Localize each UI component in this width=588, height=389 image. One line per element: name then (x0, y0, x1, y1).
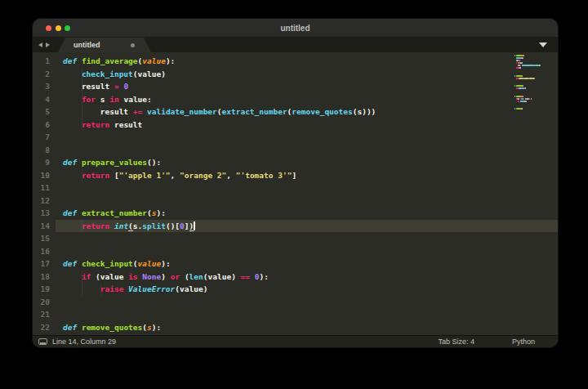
minimap-line (514, 105, 554, 107)
line-number[interactable]: 22 (33, 321, 50, 334)
code-editor[interactable]: 1def find_average(value):2check_input(va… (33, 52, 558, 335)
titlebar[interactable]: untitled (33, 19, 558, 38)
code-token: None (142, 272, 161, 281)
code-token: ) (203, 284, 208, 293)
code-line[interactable]: 17def check_input(value): (33, 257, 558, 271)
tab-untitled[interactable]: untitled (58, 38, 151, 52)
code-area: 1def find_average(value):2check_input(va… (33, 55, 558, 333)
code-line[interactable]: 10return ["'apple 1'", "orange 2", "'tom… (33, 169, 558, 182)
code-line[interactable]: 12 (33, 194, 558, 208)
language-indicator[interactable]: Python (512, 338, 535, 346)
minimap-line (514, 85, 554, 87)
line-number[interactable]: 3 (33, 80, 50, 93)
code-token: result (100, 107, 128, 116)
line-number[interactable]: 18 (33, 271, 50, 284)
code-token: def (63, 56, 77, 65)
editor-window: untitled untitled 1def find_average(valu… (33, 19, 558, 347)
code-text: check_input(value) (63, 68, 166, 81)
code-token: value (142, 56, 166, 65)
code-text: def check_input(value): (63, 257, 171, 271)
minimap[interactable] (514, 55, 554, 110)
code-line[interactable]: 8 (33, 144, 558, 157)
line-number[interactable]: 21 (33, 308, 50, 321)
line-number[interactable]: 17 (33, 257, 50, 271)
code-token: extract_number (82, 208, 147, 217)
minimap-line (514, 96, 554, 97)
line-number[interactable]: 1 (33, 55, 50, 68)
code-token: ): (166, 56, 175, 65)
prev-tab-icon[interactable] (38, 42, 42, 47)
minimap-line (514, 78, 554, 79)
code-line[interactable]: 19raise ValueError(value) (33, 283, 558, 296)
line-number[interactable]: 9 (33, 156, 50, 169)
code-line[interactable]: 3result = 0 (33, 80, 558, 93)
code-line[interactable]: 16 (33, 245, 558, 258)
code-token: def (63, 323, 77, 332)
code-line[interactable]: 22def remove_quotes(s): (33, 321, 558, 334)
status-bar: Line 14, Column 29 Tab Size: 4 Python (33, 335, 558, 347)
code-token: extract_number (222, 107, 287, 116)
code-line[interactable]: 14return int(s.split()[0]) (33, 220, 558, 233)
code-token: result (82, 82, 109, 91)
tab-overflow-icon[interactable] (539, 42, 547, 47)
code-text: result += validate_number(extract_number… (63, 105, 376, 118)
code-token: ))) (362, 107, 376, 116)
code-line[interactable]: 20 (33, 296, 558, 309)
code-token: value (100, 272, 124, 281)
tab-bar: untitled (33, 38, 558, 52)
line-number[interactable]: 4 (33, 93, 50, 106)
line-number[interactable]: 20 (33, 296, 50, 309)
code-token: result (114, 120, 142, 129)
line-number[interactable]: 16 (33, 245, 50, 258)
minimap-line (514, 101, 554, 102)
code-token: split (142, 221, 166, 230)
code-text: result = 0 (63, 80, 128, 93)
line-number[interactable]: 2 (33, 68, 50, 81)
code-line[interactable]: 5result += validate_number(extract_numbe… (33, 105, 558, 118)
fullscreen-button[interactable] (65, 25, 70, 31)
line-number[interactable]: 6 (33, 118, 50, 132)
minimap-line (514, 65, 554, 66)
code-line[interactable]: 18if (value is None) or (len(value) == 0… (33, 271, 558, 284)
line-number[interactable]: 10 (33, 169, 50, 182)
code-token: def (63, 208, 77, 217)
next-tab-icon[interactable] (46, 42, 50, 47)
code-line[interactable]: 1def find_average(value): (33, 55, 558, 68)
close-button[interactable] (46, 25, 51, 31)
line-number[interactable]: 8 (33, 144, 50, 157)
code-token: or (171, 272, 180, 281)
panel-icon[interactable] (38, 338, 47, 345)
code-line[interactable]: 4for s in value: (33, 93, 558, 106)
minimize-button[interactable] (56, 25, 61, 31)
code-token: raise (100, 284, 124, 293)
code-token: ): (260, 272, 269, 281)
code-token: value (138, 69, 162, 78)
code-line[interactable]: 2check_input(value) (33, 68, 558, 81)
code-text: def remove_quotes(s): (63, 321, 161, 334)
tab-modified-icon[interactable] (131, 43, 135, 47)
code-line[interactable]: 13def extract_number(s): (33, 207, 558, 220)
code-token: "orange 2" (180, 171, 226, 180)
line-number[interactable]: 15 (33, 232, 50, 245)
line-number[interactable]: 14 (33, 220, 50, 233)
code-token: "'tomato 3'" (236, 171, 292, 180)
code-text: return result (63, 118, 142, 132)
line-number[interactable]: 12 (33, 194, 50, 208)
code-line[interactable]: 9def prepare_values(): (33, 156, 558, 169)
code-line[interactable]: 6return result (33, 118, 558, 132)
code-token: def (63, 259, 77, 268)
line-number[interactable]: 7 (33, 131, 50, 144)
code-text: def extract_number(s): (63, 207, 166, 220)
code-line[interactable]: 21 (33, 308, 558, 321)
line-number[interactable]: 11 (33, 181, 50, 194)
line-number[interactable]: 19 (33, 283, 50, 296)
line-number[interactable]: 13 (33, 207, 50, 220)
code-token: def (63, 158, 77, 167)
code-line[interactable]: 15 (33, 232, 558, 245)
tab-size-indicator[interactable]: Tab Size: 4 (438, 338, 474, 346)
minimap-line (514, 57, 554, 59)
code-token: : (147, 95, 152, 104)
line-number[interactable]: 5 (33, 105, 50, 118)
code-line[interactable]: 11 (33, 181, 558, 194)
code-line[interactable]: 7 (33, 131, 558, 144)
